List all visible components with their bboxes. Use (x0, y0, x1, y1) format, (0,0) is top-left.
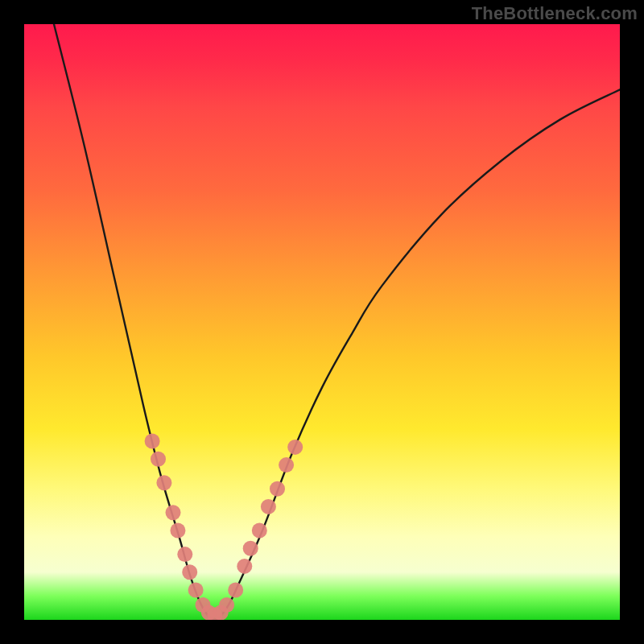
chart-frame (24, 24, 620, 620)
highlight-dot (252, 523, 267, 539)
highlight-dot (170, 523, 185, 539)
highlight-dot (261, 499, 276, 514)
highlight-dot (228, 583, 243, 598)
curve-layer (54, 24, 620, 620)
plot-area (24, 24, 620, 620)
highlight-dot (151, 452, 166, 467)
highlight-dot (237, 559, 252, 574)
bottleneck-curve (54, 24, 620, 620)
dots-layer (145, 434, 303, 621)
watermark-text: TheBottleneck.com (472, 3, 638, 24)
highlight-dot (188, 583, 204, 598)
highlight-dot (166, 505, 181, 520)
highlight-dot (270, 481, 285, 497)
highlight-dot (156, 475, 171, 490)
highlight-dot (279, 457, 294, 473)
highlight-dot (177, 547, 192, 562)
highlight-dot (145, 434, 160, 449)
highlight-dot (243, 541, 258, 556)
chart-svg (24, 24, 620, 620)
highlight-dot (287, 440, 303, 455)
highlight-dot (182, 564, 197, 580)
highlight-dot (219, 597, 234, 613)
